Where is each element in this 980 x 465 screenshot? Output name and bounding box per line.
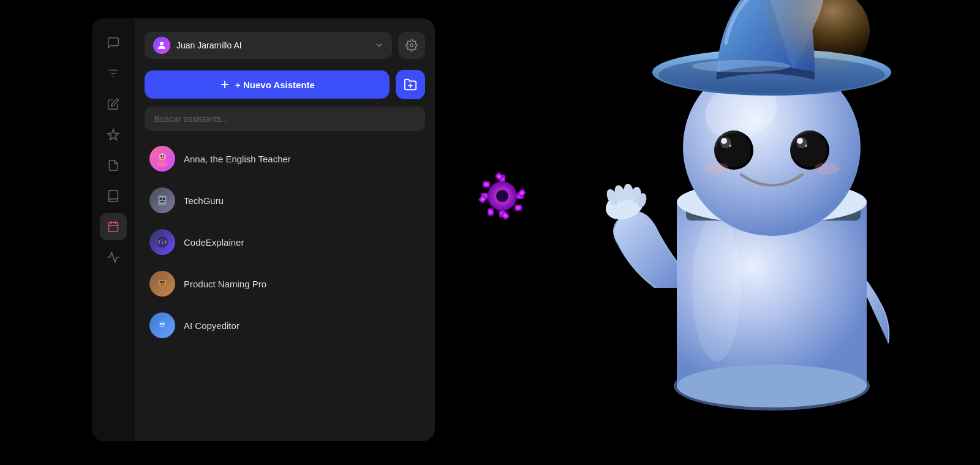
svg-point-8 — [410, 44, 413, 47]
assistant-name: Product Naming Pro — [184, 279, 266, 289]
svg-point-41 — [496, 190, 508, 202]
list-item[interactable]: Product Naming Pro — [145, 263, 425, 304]
svg-point-75 — [815, 162, 839, 175]
sidebar-icon-filter[interactable] — [100, 60, 127, 87]
svg-rect-36 — [488, 208, 494, 216]
sidebar-icon-chat[interactable] — [100, 29, 127, 56]
svg-point-7 — [160, 42, 164, 45]
user-name: Juan Jaramillo AI — [176, 40, 369, 50]
sidebar — [92, 18, 135, 441]
svg-rect-34 — [514, 205, 522, 211]
sidebar-icon-library[interactable] — [100, 183, 127, 210]
list-item[interactable]: AI Copyeditor — [145, 305, 425, 346]
assistant-name: AI Copyeditor — [184, 320, 239, 331]
user-selector[interactable]: Juan Jaramillo AI — [145, 32, 392, 59]
svg-point-27 — [160, 323, 162, 325]
avatar — [149, 271, 175, 297]
assistant-name: CodeExplainer — [184, 237, 244, 248]
robot-mascot — [551, 0, 968, 435]
main-content: Juan Jaramillo AI + Nuevo Asistente — [135, 18, 435, 441]
sidebar-icon-document[interactable] — [100, 152, 127, 179]
svg-point-26 — [159, 320, 167, 328]
svg-point-67 — [721, 138, 727, 144]
svg-point-72 — [797, 138, 803, 144]
svg-point-70 — [793, 133, 827, 167]
sidebar-icon-edit[interactable] — [100, 91, 127, 118]
sidebar-icon-sparkle[interactable] — [100, 121, 127, 148]
svg-point-18 — [159, 197, 162, 200]
new-assistant-button[interactable]: + Nuevo Asistente — [145, 70, 390, 99]
svg-point-73 — [805, 145, 807, 147]
svg-point-16 — [163, 155, 165, 157]
svg-rect-38 — [483, 181, 490, 187]
mascot-area — [429, 0, 980, 465]
svg-point-52 — [677, 365, 867, 407]
svg-rect-17 — [159, 195, 167, 205]
svg-point-23 — [159, 279, 167, 287]
new-assistant-row: + Nuevo Asistente — [145, 70, 425, 99]
svg-point-65 — [717, 133, 751, 167]
svg-point-42 — [655, 410, 876, 435]
svg-point-24 — [160, 281, 162, 283]
list-item[interactable]: TechGuru — [145, 180, 425, 221]
svg-point-74 — [704, 162, 729, 175]
search-input[interactable] — [145, 107, 425, 131]
folder-button[interactable] — [396, 70, 425, 99]
svg-rect-3 — [109, 222, 118, 232]
settings-button[interactable] — [398, 32, 425, 59]
avatar — [149, 146, 175, 172]
header: Juan Jaramillo AI — [145, 28, 425, 62]
svg-point-25 — [162, 281, 164, 283]
assistant-list: Anna, the English Teacher TechGuru — [145, 138, 425, 346]
sidebar-icon-analytics[interactable] — [100, 244, 127, 271]
avatar — [149, 229, 175, 255]
avatar — [149, 312, 175, 338]
avatar — [149, 187, 175, 213]
floating-gear-icon — [478, 172, 527, 221]
assistant-name: TechGuru — [184, 195, 224, 206]
list-item[interactable]: CodeExplainer — [145, 222, 425, 262]
assistant-name: Anna, the English Teacher — [184, 154, 291, 164]
sidebar-icon-calendar[interactable] — [100, 213, 127, 240]
chevron-icon — [375, 41, 383, 50]
svg-point-28 — [162, 323, 164, 325]
user-avatar — [153, 37, 170, 54]
svg-point-14 — [157, 161, 168, 167]
svg-rect-20 — [160, 201, 165, 202]
app-panel: Juan Jaramillo AI + Nuevo Asistente — [92, 18, 435, 441]
svg-point-19 — [163, 197, 165, 200]
svg-point-13 — [159, 153, 166, 161]
svg-point-15 — [160, 155, 162, 157]
svg-point-53 — [692, 214, 741, 361]
list-item[interactable]: Anna, the English Teacher — [145, 138, 425, 179]
svg-point-68 — [729, 145, 731, 147]
svg-point-79 — [692, 60, 790, 72]
